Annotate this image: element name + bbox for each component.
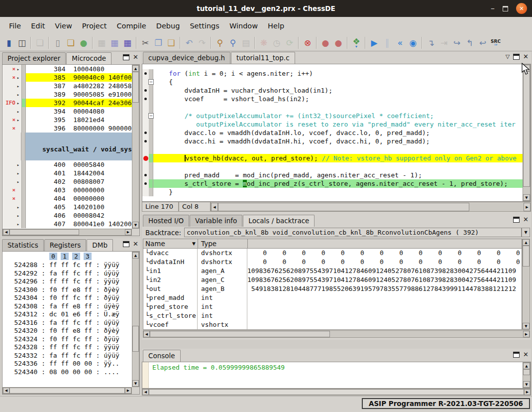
microcode-banner-row[interactable]: syscall_wait / void_sys [2,133,132,160]
fold-margin[interactable] [149,188,153,196]
breakpoint-disable-button[interactable]: ● [319,36,332,49]
fold-margin[interactable] [149,120,153,129]
refresh-button[interactable]: ⟳ [283,36,296,49]
memory-row[interactable]: 524340 : 08 00 00 00 : .... [2,368,132,377]
microcode-row[interactable]: ×404 00000000 [2,194,132,203]
microcode-row[interactable]: ▸401 18442004 [2,169,132,177]
tab-dmb[interactable]: DMb [87,239,113,251]
menu-help[interactable]: Help [263,20,289,32]
step-return-button[interactable]: ↩ [476,36,489,49]
undo-button[interactable]: ↶ [183,36,196,49]
memory-row[interactable]: 524296 : ff ff fc ff : ÿÿüÿ [2,277,132,286]
memory-row[interactable]: 524288 : ff ff fc ff : ÿÿüÿ [2,261,132,270]
name-column-header[interactable]: Name▼ [143,239,198,248]
backtrace-dropdown-icon[interactable]: ▼ [522,228,530,237]
menu-file[interactable]: File [4,20,26,32]
memory-row[interactable]: 524324 : f0 ff fc ff : ðÿüÿ [2,335,132,344]
locals-row[interactable]: └in2agen_C109836762562089755439710412784… [143,275,522,284]
step-cycle-button[interactable]: ⇥ [437,36,450,49]
microcode-row[interactable]: ▸407 800041e0 140200 [2,220,132,228]
fold-margin[interactable] [149,129,153,137]
pause-button[interactable]: ‖ [381,36,394,49]
fold-margin[interactable] [149,162,153,171]
code-line[interactable]: dvdataInH = vuchar_dvshortx_load(in1); [142,86,523,95]
redo-button[interactable]: ↷ [196,36,209,49]
tab-variable-info[interactable]: Variable info [190,215,242,227]
new-document-button[interactable]: ▯ [51,36,64,49]
tab-statistics[interactable]: Statistics [2,239,44,251]
code-line[interactable]: s_ctrl_store = mod_inc_pred_z(s_ctrl_sto… [142,179,523,188]
microcode-row[interactable]: IFO▸392 90044caf 24e306 [2,99,132,107]
microcode-row[interactable]: ▸406 00008042 [2,211,132,220]
code-line[interactable]: vstore_hb(dvacc, out, pred_store); // No… [142,154,523,162]
code-gutter[interactable] [142,69,149,78]
copy-button[interactable]: ❐ [152,36,165,49]
locals-row[interactable]: └in1agen_A109836762562089755439710412784… [143,267,522,275]
tab-project-explorer[interactable]: Project explorer [2,52,66,64]
goto-src-button[interactable]: SRC⇒ [489,36,502,49]
memory-row[interactable]: 524320 : f0 ff e8 ff : ðÿèÿ [2,327,132,335]
fold-margin[interactable] [149,145,153,154]
type-column-header[interactable]: Type [198,239,248,248]
run-button[interactable]: ▶ [368,36,381,49]
close-icon[interactable]: ✕ [516,3,527,14]
fold-margin[interactable] [149,179,153,188]
stop-button[interactable]: ⊗ [301,36,314,49]
maximize-panel-icon[interactable] [513,352,520,358]
step-over-button[interactable]: ↪ [450,36,463,49]
restart-button[interactable]: « [394,36,407,49]
code-area[interactable]: for (int i = 0; i < agens.niter; i++)− {… [142,64,523,201]
fold-collapse-icon[interactable]: − [148,79,154,85]
close-panel-icon[interactable]: ✕ [133,241,138,247]
fold-margin[interactable]: − [149,78,153,86]
search-advanced-button[interactable]: ⚲ [226,36,239,49]
memory-row[interactable]: 524316 : fa ff fc ff : úÿüÿ [2,319,132,327]
memory-hscrollbar[interactable]: ◀ ▶ [2,387,132,394]
locals-row[interactable]: └outagen_B 54918381281044877719855206391… [143,284,522,293]
memory-row[interactable]: 524328 : ff ff fc ff : ÿÿüÿ [2,343,132,352]
microcode-row[interactable]: ▸405 14020100 [2,203,132,211]
close-panel-icon[interactable]: ✕ [523,352,529,358]
console-output[interactable]: Elapsed time = 0.05999999865889549 [149,362,523,388]
microcode-row[interactable]: ▸402 00808007 [2,177,132,186]
maximize-panel-icon[interactable] [513,54,520,60]
code-gutter[interactable] [142,162,149,171]
code-line[interactable]: for (int i = 0; i < agens.niter; i++) [142,69,523,78]
editor-tab-tutorial11-top-c[interactable]: tutorial11_top.c [231,52,295,64]
close-panel-icon[interactable]: ✕ [523,54,529,60]
code-line[interactable] [142,162,523,171]
save-button[interactable]: ▦ [108,36,121,49]
memory-row[interactable]: 524300 : f0 ff e8 ff : ðÿèÿ [2,286,132,294]
memory-row[interactable]: 524336 : ff ff 00 00 : ÿÿ.. [2,360,132,368]
locals-row[interactable]: └dvdataInHdvshortx 0 0 0 0 0 0 0 0 0 0 0… [143,258,522,267]
close-panel-icon[interactable]: ✕ [133,54,138,60]
memory-vscrollbar[interactable]: ▲ ▼ [132,252,139,387]
power-button[interactable]: ◉ [407,36,420,49]
code-gutter[interactable] [142,171,149,179]
code-line[interactable]: − { [142,78,523,86]
save-all-button[interactable]: ▦ [121,36,134,49]
code-gutter[interactable] [142,86,149,95]
step-into-button[interactable]: ↴ [425,36,437,49]
fold-margin[interactable] [149,95,153,103]
code-gutter[interactable] [142,95,149,103]
microcode-row[interactable]: ▸400 00005840 [2,160,132,169]
locals-row[interactable]: └pred_maddint [143,293,522,302]
code-gutter[interactable] [142,120,149,129]
open-book-button[interactable]: ◫ [15,36,28,49]
save-disabled-button[interactable]: ▦ [95,36,108,49]
project-book-button[interactable]: ▮ [2,36,15,49]
fold-margin[interactable] [149,171,153,179]
tab-list-dropdown-icon[interactable]: ▽ [506,54,510,60]
fold-margin[interactable] [149,86,153,95]
code-line[interactable]: − /* outputPixelAccumulator += (int32_t)… [142,112,523,120]
editor-vscrollbar[interactable]: ▲ ▼ [523,64,531,201]
editor-tab-cupva-device-debug-h[interactable]: cupva_device_debug.h [143,52,230,64]
duplicate-document-button[interactable]: ❏ [64,36,77,49]
microcode-vscrollbar[interactable]: ▲ ▼ [132,65,139,229]
maximize-panel-icon[interactable] [123,241,129,247]
fold-margin[interactable] [149,69,153,78]
microcode-row[interactable]: ▸389 90005085 e91000 [2,90,132,99]
code-gutter[interactable] [142,137,149,145]
locals-row[interactable]: └vcoefvshortx [143,320,522,329]
